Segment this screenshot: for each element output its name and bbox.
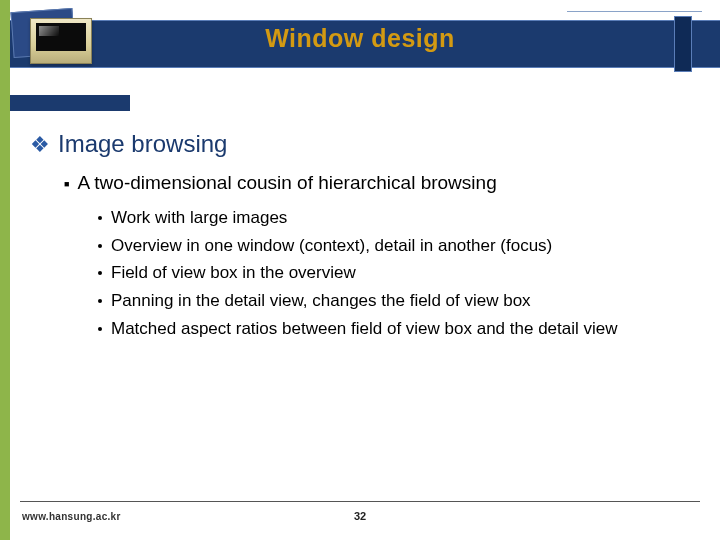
logo-thumb-glare (39, 26, 59, 36)
list-item: Field of view box in the overview (98, 261, 700, 286)
dot-bullet-icon (98, 299, 102, 303)
subheading-text: A two-dimensional cousin of hierarchical… (77, 172, 496, 194)
list-item-text: Work with large images (111, 206, 287, 231)
bullet-list: Work with large images Overview in one w… (98, 206, 700, 341)
heading-row: ❖ Image browsing (30, 130, 700, 158)
sub-accent-bar (10, 95, 130, 111)
list-item: Work with large images (98, 206, 700, 231)
dot-bullet-icon (98, 244, 102, 248)
list-item-text: Field of view box in the overview (111, 261, 356, 286)
slide: Window design ❖ Image browsing ■ A two-d… (0, 0, 720, 540)
content-area: ❖ Image browsing ■ A two-dimensional cou… (34, 130, 700, 344)
list-item: Matched aspect ratios between field of v… (98, 317, 700, 342)
dot-bullet-icon (98, 216, 102, 220)
list-item: Overview in one window (context), detail… (98, 234, 700, 259)
accent-stripe (0, 0, 10, 540)
subheading-row: ■ A two-dimensional cousin of hierarchic… (64, 172, 700, 194)
list-item: Panning in the detail view, changes the … (98, 289, 700, 314)
footer-divider (20, 501, 700, 502)
list-item-text: Overview in one window (context), detail… (111, 234, 552, 259)
list-item-text: Panning in the detail view, changes the … (111, 289, 531, 314)
diamond-bullet-icon: ❖ (30, 134, 50, 156)
dot-bullet-icon (98, 271, 102, 275)
slide-title: Window design (0, 24, 720, 53)
square-bullet-icon: ■ (64, 180, 69, 189)
page-number: 32 (0, 510, 720, 522)
logo-thumbnail (12, 10, 98, 72)
list-item-text: Matched aspect ratios between field of v… (111, 317, 618, 342)
header-accent-line (567, 11, 702, 12)
heading-text: Image browsing (58, 130, 227, 158)
dot-bullet-icon (98, 327, 102, 331)
